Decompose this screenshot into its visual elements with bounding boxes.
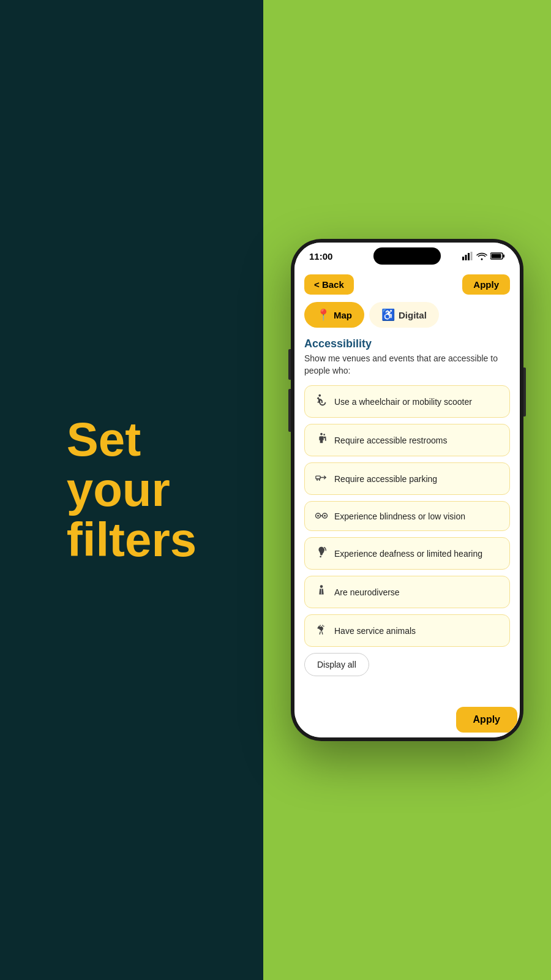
vision-icon bbox=[315, 509, 328, 523]
filter-animals[interactable]: Have service animals bbox=[304, 614, 510, 647]
svg-point-22 bbox=[318, 626, 320, 627]
restrooms-icon bbox=[315, 432, 328, 448]
svg-point-13 bbox=[319, 480, 320, 481]
apply-button-top[interactable]: Apply bbox=[462, 274, 510, 295]
display-all-label: Display all bbox=[317, 660, 356, 669]
filter-wheelchair[interactable]: Use a wheelchair or mobility scooter bbox=[304, 385, 510, 418]
svg-point-19 bbox=[320, 556, 321, 558]
filter-vision[interactable]: Experience blindness or low vision bbox=[304, 501, 510, 531]
svg-rect-2 bbox=[468, 253, 470, 260]
hearing-icon bbox=[315, 545, 328, 562]
display-all-button[interactable]: Display all bbox=[304, 653, 369, 676]
signal-icon bbox=[462, 252, 473, 260]
svg-point-20 bbox=[320, 585, 323, 588]
svg-point-15 bbox=[317, 515, 319, 517]
svg-rect-5 bbox=[503, 255, 505, 258]
filter-restrooms-label: Require accessible restrooms bbox=[334, 435, 447, 445]
svg-point-24 bbox=[322, 625, 323, 626]
battery-icon bbox=[490, 252, 505, 260]
left-panel: Set your filters bbox=[0, 0, 263, 980]
svg-rect-3 bbox=[471, 252, 473, 260]
section-title: Accessibility bbox=[304, 337, 510, 350]
app-content: < Back Apply 📍 Map ♿ Digital bbox=[294, 270, 520, 737]
svg-point-12 bbox=[317, 480, 318, 481]
hero-text: Set your filters bbox=[67, 415, 197, 565]
animals-icon bbox=[315, 622, 328, 639]
svg-point-23 bbox=[320, 625, 321, 626]
filter-animals-label: Have service animals bbox=[334, 626, 416, 636]
parking-icon bbox=[315, 470, 328, 487]
svg-rect-6 bbox=[492, 254, 501, 258]
svg-rect-1 bbox=[465, 255, 467, 260]
svg-rect-9 bbox=[316, 476, 320, 479]
filter-parking-label: Require accessible parking bbox=[334, 474, 437, 484]
status-time: 11:00 bbox=[309, 251, 332, 262]
filter-wheelchair-label: Use a wheelchair or mobility scooter bbox=[334, 397, 472, 407]
filter-scroll-area[interactable]: Accessibility Show me venues and events … bbox=[294, 333, 520, 704]
filter-neuro-label: Are neurodiverse bbox=[334, 587, 400, 597]
digital-tab-label: Digital bbox=[399, 310, 427, 320]
filter-hearing-label: Experience deafness or limited hearing bbox=[334, 549, 482, 559]
map-tab-label: Map bbox=[334, 310, 352, 320]
wifi-icon bbox=[476, 252, 487, 260]
tab-switcher: 📍 Map ♿ Digital bbox=[294, 300, 520, 333]
wheelchair-icon bbox=[315, 393, 328, 410]
filter-vision-label: Experience blindness or low vision bbox=[334, 511, 465, 521]
top-nav: < Back Apply bbox=[294, 270, 520, 300]
filter-neuro[interactable]: Are neurodiverse bbox=[304, 576, 510, 608]
neuro-icon bbox=[315, 584, 328, 600]
svg-rect-0 bbox=[462, 257, 464, 260]
filter-hearing[interactable]: Experience deafness or limited hearing bbox=[304, 537, 510, 570]
power-button bbox=[523, 368, 526, 417]
tab-map[interactable]: 📍 Map bbox=[304, 302, 364, 328]
svg-point-17 bbox=[324, 515, 326, 517]
filter-restrooms[interactable]: Require accessible restrooms bbox=[304, 424, 510, 456]
tab-digital[interactable]: ♿ Digital bbox=[369, 302, 439, 328]
filter-parking[interactable]: Require accessible parking bbox=[304, 462, 510, 495]
phone-frame: 11:00 bbox=[291, 239, 523, 741]
apply-button-bottom[interactable]: Apply bbox=[456, 707, 517, 733]
digital-tab-icon: ♿ bbox=[381, 308, 395, 322]
phone-inner: 11:00 bbox=[294, 243, 520, 737]
phone-mockup: 11:00 bbox=[291, 239, 523, 741]
back-button[interactable]: < Back bbox=[304, 274, 354, 295]
section-subtitle: Show me venues and events that are acces… bbox=[304, 353, 510, 377]
svg-point-7 bbox=[320, 433, 323, 435]
svg-point-25 bbox=[323, 626, 324, 627]
notch bbox=[373, 247, 441, 265]
svg-point-8 bbox=[323, 434, 325, 435]
bottom-apply-row: Apply bbox=[294, 704, 520, 737]
right-panel: 11:00 bbox=[263, 0, 551, 980]
status-icons bbox=[462, 252, 505, 260]
status-bar: 11:00 bbox=[294, 243, 520, 270]
map-tab-icon: 📍 bbox=[317, 308, 330, 322]
